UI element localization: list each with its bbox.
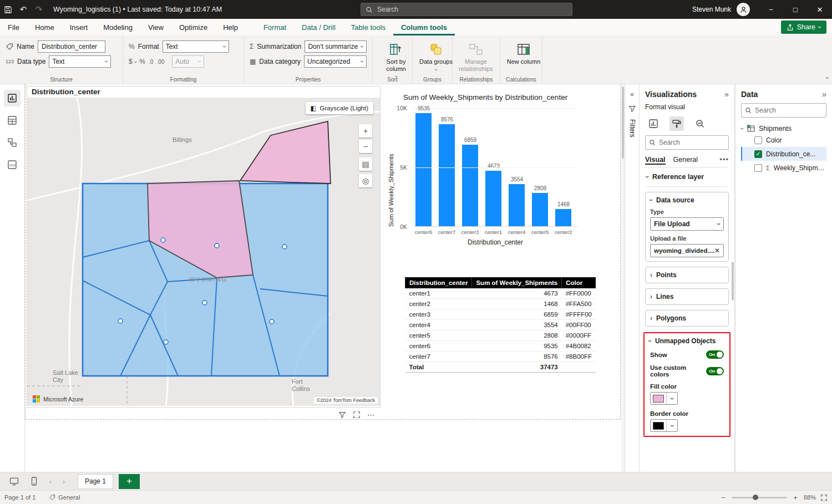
undo-icon[interactable]: ↶ xyxy=(16,0,31,19)
zoom-percent[interactable]: 88% xyxy=(804,494,816,501)
mobile-view-icon[interactable] xyxy=(27,475,41,488)
card-polygons[interactable]: ›Polygons xyxy=(645,310,729,327)
report-view-icon[interactable] xyxy=(4,90,21,106)
map-location-button[interactable]: ◎ xyxy=(359,174,372,187)
previous-page-icon[interactable]: ‹ xyxy=(47,477,54,486)
build-visual-icon[interactable] xyxy=(646,116,661,131)
field-checkbox[interactable] xyxy=(754,164,762,172)
report-canvas[interactable]: Distribution_center xyxy=(25,84,621,472)
chevron-down-icon[interactable]: › xyxy=(666,393,677,404)
collapse-pane-icon[interactable]: » xyxy=(822,90,826,99)
decimal-decrease-icon[interactable]: .0 xyxy=(149,59,153,65)
menu-tab-optimize[interactable]: Optimize xyxy=(171,19,215,35)
collapse-pane-icon[interactable]: » xyxy=(724,90,729,99)
field-row-distribution-ce[interactable]: ✓Distribution_ce... xyxy=(741,147,826,161)
auto-select[interactable]: Auto› xyxy=(172,55,204,68)
table-row[interactable]: center52808#0000FF xyxy=(405,330,596,341)
next-page-icon[interactable]: › xyxy=(60,477,68,486)
desktop-view-icon[interactable] xyxy=(7,475,21,488)
data-search-box[interactable] xyxy=(741,103,826,118)
new-column-button[interactable]: New column xyxy=(506,40,541,65)
sensitivity-label[interactable]: General xyxy=(49,494,80,501)
bar-rect[interactable] xyxy=(485,171,501,226)
unmapped-objects-card[interactable]: › Unmapped Objects Show On Use custom co… xyxy=(647,335,727,434)
close-button[interactable]: ✕ xyxy=(808,0,832,19)
card-points[interactable]: ›Points xyxy=(645,267,729,283)
tab-visual[interactable]: Visual xyxy=(645,156,666,164)
field-checkbox[interactable]: ✓ xyxy=(754,150,762,158)
zoom-in-button[interactable]: + xyxy=(792,493,799,502)
table-tree-item[interactable]: › Shipments xyxy=(741,124,826,133)
chevron-down-icon[interactable]: › xyxy=(739,128,745,130)
percent-icon[interactable]: % xyxy=(139,58,145,65)
table-row[interactable]: center36859#FFFF00 xyxy=(405,309,596,320)
fit-to-page-icon[interactable] xyxy=(820,494,828,501)
type-select[interactable]: File Upload › xyxy=(650,217,724,231)
reference-layer-section[interactable]: › Reference layer xyxy=(645,167,729,187)
format-select[interactable]: Text› xyxy=(163,40,229,53)
filters-pane-title[interactable]: Filters xyxy=(628,119,636,138)
dax-query-view-icon[interactable]: DAX xyxy=(4,156,21,173)
field-row-weekly-shipme[interactable]: ΣWeekly_Shipme... xyxy=(741,161,826,175)
page-tab[interactable]: Page 1 xyxy=(78,474,113,489)
border-color-picker[interactable]: › xyxy=(650,419,678,432)
map-layers-button[interactable]: ▤ xyxy=(359,157,372,171)
model-view-icon[interactable] xyxy=(4,134,21,151)
bar-rect[interactable] xyxy=(532,193,548,226)
more-options-icon[interactable]: ••• xyxy=(719,155,729,164)
bar-center6[interactable]: 9535 xyxy=(415,108,432,226)
data-groups-button[interactable]: Data groups › xyxy=(418,40,454,73)
data-source-card[interactable]: › Data source Type File Upload › Upload … xyxy=(645,192,729,262)
map-copyright[interactable]: ©2024 TomTom Feedback xyxy=(314,397,378,404)
azure-map[interactable]: Billings WYOMING Salt Lake City Fort Col… xyxy=(27,98,380,406)
table-row[interactable]: center43554#00FF00 xyxy=(405,320,596,330)
focus-mode-icon[interactable] xyxy=(353,411,361,419)
sort-by-column-button[interactable]: Sort by column › xyxy=(378,40,414,79)
manage-relationships-button[interactable]: Manage relationships xyxy=(458,40,494,72)
analytics-icon[interactable] xyxy=(693,116,707,131)
zoom-in-button[interactable]: + xyxy=(359,124,372,138)
menu-tab-home[interactable]: Home xyxy=(27,19,62,35)
save-icon[interactable] xyxy=(0,0,16,19)
pane-scrollbar[interactable] xyxy=(732,262,734,301)
filter-icon[interactable] xyxy=(338,411,346,419)
bar-rect[interactable] xyxy=(462,145,478,226)
format-visual-icon[interactable] xyxy=(669,116,684,131)
menu-tab-data-drill[interactable]: Data / Drill xyxy=(294,19,343,35)
table-visual[interactable]: Distribution_centerSum of Weekly_Shipmen… xyxy=(405,277,577,373)
new-page-button[interactable]: + xyxy=(119,474,140,489)
zoom-out-button[interactable]: − xyxy=(359,140,372,153)
card-lines[interactable]: ›Lines xyxy=(645,288,729,305)
datacategory-select[interactable]: Uncategorized› xyxy=(304,55,367,68)
share-button[interactable]: Share › xyxy=(781,21,826,34)
zoom-out-button[interactable]: − xyxy=(719,493,727,502)
format-search-box[interactable] xyxy=(645,135,729,150)
bar-center1[interactable]: 4673 xyxy=(485,108,501,226)
bar-center3[interactable]: 6859 xyxy=(462,108,478,226)
bar-rect[interactable] xyxy=(415,113,432,226)
bar-center4[interactable]: 3554 xyxy=(509,108,525,226)
zoom-slider[interactable] xyxy=(732,497,787,498)
data-search-input[interactable] xyxy=(755,106,823,114)
zoom-slider-thumb[interactable] xyxy=(753,495,758,500)
tab-general[interactable]: General xyxy=(673,156,698,164)
minimize-button[interactable]: − xyxy=(759,0,783,19)
format-search-input[interactable] xyxy=(659,139,725,146)
field-row-color[interactable]: Color xyxy=(741,133,826,147)
menu-tab-file[interactable]: File xyxy=(0,19,27,35)
global-search[interactable]: Search xyxy=(361,3,572,16)
avatar[interactable] xyxy=(737,3,750,16)
name-input[interactable] xyxy=(38,40,105,53)
custom-colors-toggle[interactable]: On xyxy=(706,367,724,375)
decimal-increase-icon[interactable]: .00 xyxy=(156,59,164,65)
field-checkbox[interactable] xyxy=(754,136,762,144)
bar-center5[interactable]: 2808 xyxy=(532,108,548,226)
chevron-down-icon[interactable]: › xyxy=(666,420,677,431)
expand-filters-icon[interactable]: « xyxy=(630,90,634,98)
more-options-icon[interactable]: ⋯ xyxy=(367,410,376,419)
menu-tab-help[interactable]: Help xyxy=(215,19,246,35)
map-style-button[interactable]: ◧ Grayscale (Light) xyxy=(306,102,373,114)
show-toggle[interactable]: On xyxy=(706,350,724,359)
menu-tab-view[interactable]: View xyxy=(140,19,171,35)
clear-file-icon[interactable]: ✕ xyxy=(714,247,720,254)
